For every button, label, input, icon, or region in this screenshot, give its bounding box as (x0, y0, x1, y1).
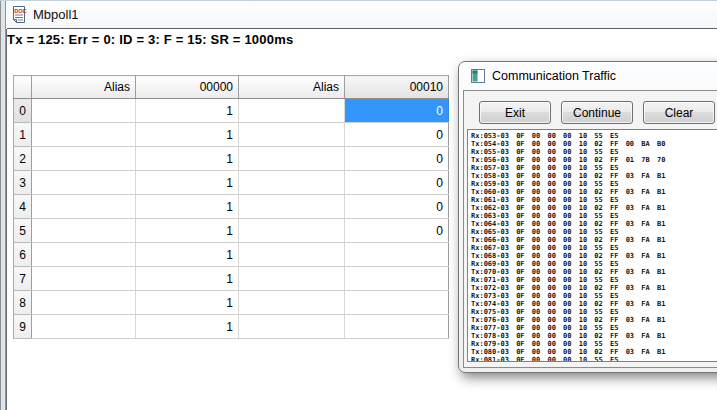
grid-cell[interactable]: 1 (136, 267, 239, 291)
rx-log-line: Rx:057-03 0F 00 00 00 10 55 E5 (471, 164, 717, 172)
row-header[interactable]: 9 (14, 315, 32, 339)
exit-button[interactable]: Exit (479, 101, 551, 124)
grid-cell[interactable] (345, 291, 449, 315)
table-row: 010 (14, 99, 449, 123)
titlebar[interactable]: DOC Mbpoll1 (7, 1, 717, 29)
grid-cell[interactable]: 1 (136, 195, 239, 219)
row-header[interactable]: 1 (14, 123, 32, 147)
row-header[interactable]: 4 (14, 195, 32, 219)
row-header[interactable]: 8 (14, 291, 32, 315)
table-row: 510 (14, 219, 449, 243)
grid-cell[interactable] (239, 219, 345, 243)
tx-log-line: Tx:070-03 0F 00 00 00 10 02 FF 03 FA B1 (471, 268, 717, 276)
rx-log-line: Rx:081-03 0F 00 00 00 10 55 E5 (471, 356, 717, 362)
grid-cell[interactable] (345, 267, 449, 291)
table-row: 91 (14, 315, 449, 339)
grid-cell[interactable] (239, 243, 345, 267)
rx-log-line: Rx:079-03 0F 00 00 00 10 55 E5 (471, 340, 717, 348)
table-row: 81 (14, 291, 449, 315)
grid-cell[interactable]: 1 (136, 123, 239, 147)
grid-cell[interactable] (239, 267, 345, 291)
column-header-alias-3[interactable]: Alias (239, 76, 345, 99)
table-row: 61 (14, 243, 449, 267)
grid-cell[interactable]: 1 (136, 147, 239, 171)
tx-log-line: Tx:064-03 0F 00 00 00 10 02 FF 03 FA B1 (471, 220, 717, 228)
grid-cell[interactable] (239, 315, 345, 339)
grid-cell[interactable]: 1 (136, 219, 239, 243)
grid-cell[interactable] (239, 147, 345, 171)
tx-log-line: Tx:072-03 0F 00 00 00 10 02 FF 03 FA B1 (471, 284, 717, 292)
grid-cell[interactable]: 1 (136, 243, 239, 267)
rx-log-line: Rx:077-03 0F 00 00 00 10 55 E5 (471, 324, 717, 332)
tx-log-line: Tx:078-03 0F 00 00 00 10 02 FF 03 FA B1 (471, 332, 717, 340)
selected-grid-cell[interactable]: 0 (345, 99, 449, 123)
row-header[interactable]: 6 (14, 243, 32, 267)
poll-status-text: Tx = 125: Err = 0: ID = 3: F = 15: SR = … (7, 32, 293, 47)
continue-button[interactable]: Continue (561, 101, 633, 124)
grid-cell[interactable]: 1 (136, 99, 239, 123)
grid-cell[interactable]: 0 (345, 171, 449, 195)
window-title: Mbpoll1 (33, 7, 79, 22)
grid-cell[interactable] (239, 99, 345, 123)
grid-cell[interactable] (32, 315, 136, 339)
column-header-00010-4[interactable]: 00010 (345, 76, 449, 99)
grid-cell[interactable] (239, 171, 345, 195)
table-row: 410 (14, 195, 449, 219)
rx-log-line: Rx:073-03 0F 00 00 00 10 55 E5 (471, 292, 717, 300)
grid-cell[interactable]: 0 (345, 195, 449, 219)
grid-cell[interactable] (239, 291, 345, 315)
tx-log-line: Tx:054-03 0F 00 00 00 10 02 FF 00 BA B0 (471, 140, 717, 148)
row-header[interactable]: 3 (14, 171, 32, 195)
grid-cell[interactable]: 0 (345, 219, 449, 243)
dialog-titlebar[interactable]: Communication Traffic (459, 62, 717, 90)
grid-cell[interactable] (32, 219, 136, 243)
register-grid: Alias00000Alias00010 0101102103104105106… (13, 75, 449, 339)
grid-cell[interactable]: 1 (136, 315, 239, 339)
dialog-client-area: ExitContinueClear Rx:053-03 0F 00 00 00 … (463, 90, 717, 368)
grid-cell[interactable] (345, 315, 449, 339)
document-icon: DOC (10, 5, 28, 28)
traffic-log[interactable]: Rx:053-03 0F 00 00 00 10 55 E5Tx:054-03 … (467, 129, 717, 362)
grid-cell[interactable]: 1 (136, 171, 239, 195)
column-header-alias-1[interactable]: Alias (32, 76, 136, 99)
row-header[interactable]: 2 (14, 147, 32, 171)
grid-cell[interactable] (32, 291, 136, 315)
tx-log-line: Tx:062-03 0F 00 00 00 10 02 FF 03 FA B1 (471, 204, 717, 212)
dialog-title: Communication Traffic (492, 69, 616, 83)
grid-cell[interactable] (32, 171, 136, 195)
row-header[interactable]: 0 (14, 99, 32, 123)
rx-log-line: Rx:059-03 0F 00 00 00 10 55 E5 (471, 180, 717, 188)
clear-button[interactable]: Clear (643, 101, 715, 124)
table-row: 210 (14, 147, 449, 171)
column-header-00000-2[interactable]: 00000 (136, 76, 239, 99)
row-header[interactable]: 7 (14, 267, 32, 291)
grid-cell[interactable]: 0 (345, 147, 449, 171)
tx-log-line: Tx:060-03 0F 00 00 00 10 02 FF 03 FA B1 (471, 188, 717, 196)
grid-cell[interactable] (32, 99, 136, 123)
tx-log-line: Tx:068-03 0F 00 00 00 10 02 FF 03 FA B1 (471, 252, 717, 260)
rx-log-line: Rx:071-03 0F 00 00 00 10 55 E5 (471, 276, 717, 284)
grid-cell[interactable] (32, 267, 136, 291)
communication-traffic-dialog: Communication Traffic ExitContinueClear … (458, 61, 717, 373)
grid-cell[interactable] (239, 123, 345, 147)
tx-log-line: Tx:066-03 0F 00 00 00 10 02 FF 03 FA B1 (471, 236, 717, 244)
row-header[interactable]: 5 (14, 219, 32, 243)
grid-cell[interactable]: 1 (136, 291, 239, 315)
grid-cell[interactable]: 0 (345, 123, 449, 147)
grid-cell[interactable] (345, 243, 449, 267)
grid-cell[interactable] (32, 123, 136, 147)
traffic-dialog-icon (471, 69, 485, 87)
tx-log-line: Tx:058-03 0F 00 00 00 10 02 FF 03 FA B1 (471, 172, 717, 180)
grid-cell[interactable] (32, 243, 136, 267)
rx-log-line: Rx:067-03 0F 00 00 00 10 55 E5 (471, 244, 717, 252)
grid-cell[interactable] (32, 147, 136, 171)
table-row: 71 (14, 267, 449, 291)
tx-log-line: Tx:056-03 0F 00 00 00 10 02 FF 01 7B 70 (471, 156, 717, 164)
corner-header[interactable] (14, 76, 32, 99)
rx-log-line: Rx:055-03 0F 00 00 00 10 55 E5 (471, 148, 717, 156)
rx-log-line: Rx:063-03 0F 00 00 00 10 55 E5 (471, 212, 717, 220)
rx-log-line: Rx:075-03 0F 00 00 00 10 55 E5 (471, 308, 717, 316)
grid-cell[interactable] (239, 195, 345, 219)
grid-cell[interactable] (32, 195, 136, 219)
mbpoll-window: DOC Mbpoll1 Tx = 125: Err = 0: ID = 3: F… (0, 0, 717, 410)
